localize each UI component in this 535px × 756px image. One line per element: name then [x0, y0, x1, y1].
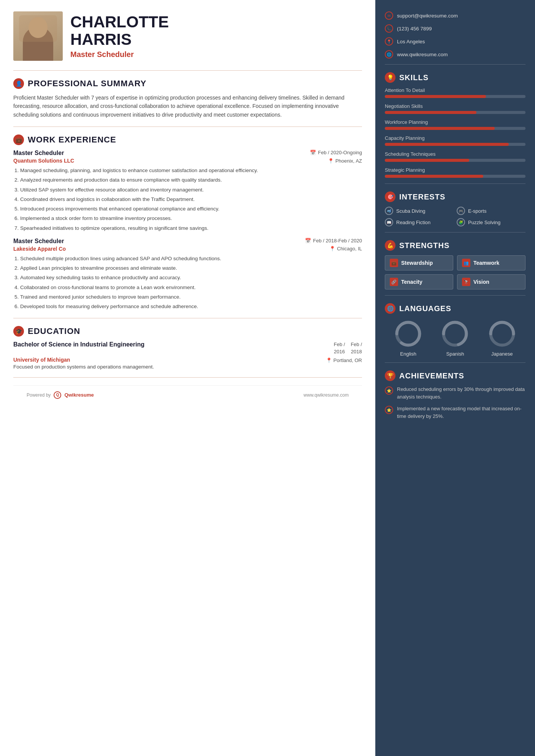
edu-header: 🎓 EDUCATION: [13, 326, 362, 337]
languages-icon: 🌐: [385, 303, 395, 314]
list-item: Collaborated on cross-functional teams t…: [20, 284, 362, 291]
strength-name: Vision: [473, 279, 489, 285]
list-item: Spearheaded initiatives to optimize oper…: [20, 225, 362, 232]
summary-icon: 👤: [13, 78, 24, 89]
skill-bar: [385, 159, 525, 162]
pin-icon-2: 📍: [329, 246, 335, 251]
interest-name: Scuba Diving: [396, 208, 425, 214]
cal-icon-1: 📅: [310, 150, 316, 155]
cal-icon-2: 📅: [305, 238, 311, 244]
summary-section: 👤 PROFESSIONAL SUMMARY Proficient Master…: [13, 78, 362, 119]
list-item: Analyzed requirements and production dat…: [20, 176, 362, 184]
interest-icon: 🤿: [385, 207, 393, 215]
footer-brand: Qwikresume: [64, 392, 94, 398]
skill-item: Attention To Detail: [385, 87, 525, 98]
interests-icon: 🎯: [385, 191, 395, 202]
language-name: Spanish: [446, 351, 464, 357]
languages-section: 🌐 LANGUAGES English Spanish: [385, 303, 525, 357]
location-icon: 📍: [385, 37, 393, 46]
strengths-title: STRENGTHS: [399, 241, 449, 250]
web-icon: 🌐: [385, 50, 393, 59]
interest-icon: 🎮: [457, 207, 465, 215]
interests-header: 🎯 INTERESTS: [385, 191, 525, 202]
edu-end-date: Feb / 2018: [351, 341, 362, 355]
language-item: Spanish: [441, 319, 469, 357]
languages-header: 🌐 LANGUAGES: [385, 303, 525, 314]
list-item: Automated key scheduling tasks to enhanc…: [20, 274, 362, 282]
pin-icon-1: 📍: [328, 158, 334, 164]
skill-item: Negotiation Skills: [385, 103, 525, 114]
contact-section: ✉ support@qwikresume.com 📞 (123) 456 789…: [385, 11, 525, 59]
skill-fill: [385, 95, 486, 98]
achievement-item: ⭐ Implemented a new forecasting model th…: [385, 405, 525, 420]
strengths-list: 💼 Stewardship 👥 Teamwork 🔗 Tenacity 🔭 Vi…: [385, 255, 525, 289]
summary-divider: [13, 127, 362, 127]
interest-name: Reading Fiction: [396, 220, 430, 225]
contact-email: ✉ support@qwikresume.com: [385, 11, 525, 20]
footer-website: www.qwikresume.com: [303, 392, 349, 398]
list-item: Trained and mentored junior schedulers t…: [20, 293, 362, 301]
job-company-1: Quantum Solutions LLC: [13, 158, 74, 164]
list-item: Developed tools for measuring delivery p…: [20, 303, 362, 310]
job-duties-2: Scheduled multiple production lines usin…: [13, 255, 362, 311]
skill-item: Workforce Planning: [385, 119, 525, 130]
skill-bar: [385, 127, 525, 130]
summary-title: PROFESSIONAL SUMMARY: [28, 79, 146, 89]
strength-icon: 💼: [390, 259, 398, 267]
skills-divider: [385, 183, 525, 184]
interest-name: E-sports: [468, 208, 486, 214]
strengths-divider: [385, 295, 525, 296]
edu-location: 📍 Portland, OR: [326, 357, 362, 363]
education-section: 🎓 EDUCATION Bachelor of Science in Indus…: [13, 326, 362, 369]
job-title-1: Master Scheduler: [13, 150, 64, 157]
list-item: Coordinated drivers and logistics in col…: [20, 196, 362, 203]
list-item: Applied Lean principles to streamline pr…: [20, 264, 362, 272]
strength-tag: 🔗 Tenacity: [385, 274, 453, 289]
skill-fill: [385, 111, 476, 114]
job-item: Master Scheduler 📅 Feb / 2018-Feb / 2020…: [13, 238, 362, 311]
skills-header: 💡 SKILLS: [385, 72, 525, 83]
header-text-block: CHARLOTTE HARRIS Master Scheduler: [70, 13, 362, 59]
achievement-item: ⭐ Reduced scheduling errors by 30% throu…: [385, 386, 525, 400]
achievements-header: 🏆 ACHIEVEMENTS: [385, 370, 525, 381]
list-item: Utilized SAP system for effective resour…: [20, 186, 362, 194]
strength-tag: 👥 Teamwork: [457, 255, 525, 270]
achievements-list: ⭐ Reduced scheduling errors by 30% throu…: [385, 386, 525, 420]
edu-start-date: Feb / 2016: [334, 341, 345, 355]
edu-icon: 🎓: [13, 326, 24, 337]
phone-icon: 📞: [385, 24, 393, 33]
email-icon: ✉: [385, 11, 393, 20]
languages-title: LANGUAGES: [399, 304, 451, 313]
interest-name: Puzzle Solving: [468, 220, 500, 225]
candidate-title: Master Scheduler: [70, 50, 362, 59]
candidate-name: CHARLOTTE HARRIS: [70, 13, 362, 48]
skill-item: Scheduling Techniques: [385, 151, 525, 162]
right-panel: ✉ support@qwikresume.com 📞 (123) 456 789…: [375, 0, 535, 756]
strength-name: Stewardship: [401, 260, 433, 266]
contact-location: 📍 Los Angeles: [385, 37, 525, 46]
strength-tag: 🔭 Vision: [457, 274, 525, 289]
language-item: English: [394, 319, 422, 357]
strength-icon: 🔭: [462, 278, 470, 286]
language-name: English: [400, 351, 416, 357]
footer-left: Powered by Q Qwikresume: [27, 391, 94, 399]
language-item: Japanese: [488, 319, 516, 357]
header-divider: [13, 70, 362, 71]
edu-divider: [13, 377, 362, 378]
achievement-icon: ⭐: [385, 386, 393, 395]
list-item: Scheduled multiple production lines usin…: [20, 255, 362, 263]
skill-fill: [385, 127, 495, 130]
language-name: Japanese: [491, 351, 513, 357]
strength-name: Teamwork: [473, 260, 499, 266]
skill-item: Strategic Planning: [385, 167, 525, 178]
skill-name: Capacity Planning: [385, 135, 525, 141]
languages-divider: [385, 362, 525, 363]
job-item: Master Scheduler 📅 Feb / 2020-Ongoing Qu…: [13, 150, 362, 232]
summary-text: Proficient Master Scheduler with 7 years…: [13, 93, 362, 119]
achievements-title: ACHIEVEMENTS: [399, 372, 464, 380]
job-title-2: Master Scheduler: [13, 238, 64, 245]
language-circle: [441, 319, 469, 348]
strengths-header: 💪 STRENGTHS: [385, 240, 525, 251]
work-divider: [13, 318, 362, 318]
achievement-icon: ⭐: [385, 406, 393, 414]
